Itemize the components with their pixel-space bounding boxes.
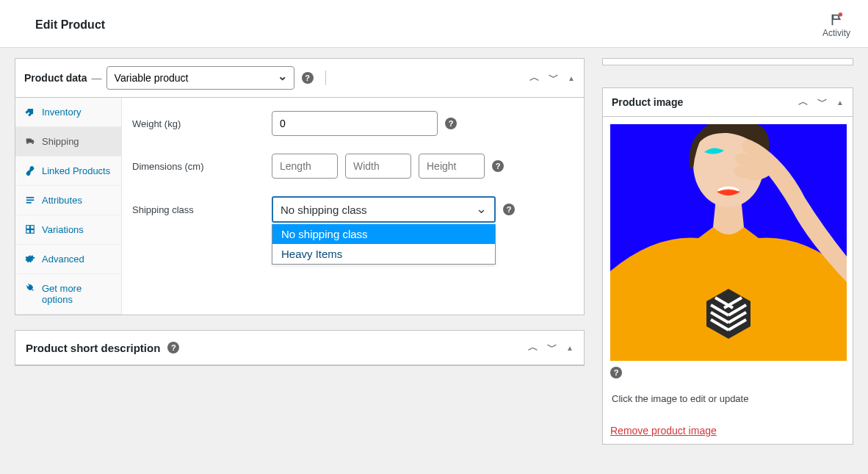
attributes-icon xyxy=(24,195,36,205)
tab-shipping[interactable]: Shipping xyxy=(15,127,121,157)
shipping-class-dropdown: No shipping class Heavy Items xyxy=(272,224,496,265)
product-type-select-wrap: Variable product xyxy=(106,66,294,90)
svg-rect-8 xyxy=(31,230,35,234)
panel-toggle[interactable]: ▲ xyxy=(836,98,844,107)
panel-move-down[interactable]: ﹀ xyxy=(547,341,557,354)
svg-rect-2 xyxy=(26,197,35,198)
shipping-class-select[interactable]: No shipping class xyxy=(272,196,496,223)
tab-get-more[interactable]: Get more options xyxy=(15,274,121,315)
variations-icon xyxy=(24,224,36,234)
plug-icon xyxy=(24,283,36,293)
weight-input[interactable] xyxy=(272,111,438,136)
weight-label: Weight (kg) xyxy=(132,118,272,129)
tab-inventory[interactable]: Inventory xyxy=(15,98,121,127)
gear-icon xyxy=(24,254,36,264)
product-image-thumbnail[interactable] xyxy=(610,124,847,361)
image-edit-hint: Click the image to edit or update xyxy=(612,393,844,404)
help-icon[interactable]: ? xyxy=(503,204,515,215)
tab-advanced[interactable]: Advanced xyxy=(15,245,121,274)
product-data-header: Product data — Variable product ? ︿ ﹀ ▲ xyxy=(15,59,584,98)
product-image-panel: Product image ︿ ﹀ ▲ xyxy=(602,87,853,445)
panel-controls: ︿ ﹀ ▲ xyxy=(529,71,575,85)
top-bar: Edit Product Activity xyxy=(0,0,868,48)
shipping-class-select-wrap: No shipping class No shipping class Heav… xyxy=(272,196,496,223)
panel-controls: ︿ ﹀ ▲ xyxy=(528,341,574,354)
length-input[interactable] xyxy=(272,154,338,179)
svg-rect-4 xyxy=(26,202,32,204)
page-title: Edit Product xyxy=(35,18,105,32)
short-description-header: Product short description ? ︿ ﹀ ▲ xyxy=(15,331,584,365)
shipping-class-option[interactable]: No shipping class xyxy=(272,224,495,244)
svg-rect-7 xyxy=(26,230,30,234)
help-icon[interactable]: ? xyxy=(167,342,179,353)
shipping-class-row: Shipping class No shipping class No ship… xyxy=(132,196,574,223)
link-icon xyxy=(24,165,36,176)
product-data-panel: Product data — Variable product ? ︿ ﹀ ▲ xyxy=(15,58,585,315)
panel-toggle[interactable]: ▲ xyxy=(566,344,574,352)
left-column: Product data — Variable product ? ︿ ﹀ ▲ xyxy=(15,58,585,459)
svg-point-1 xyxy=(839,12,843,17)
panel-move-up[interactable]: ︿ xyxy=(529,71,540,85)
help-icon[interactable]: ? xyxy=(492,160,504,172)
help-icon[interactable]: ? xyxy=(610,367,622,378)
panel-move-up[interactable]: ︿ xyxy=(528,341,538,354)
height-input[interactable] xyxy=(419,154,485,179)
panel-move-up[interactable]: ︿ xyxy=(798,96,809,109)
inventory-icon xyxy=(24,107,36,117)
product-image-svg xyxy=(610,124,847,361)
width-input[interactable] xyxy=(345,154,411,179)
vertical-divider xyxy=(325,71,326,85)
product-image-body: ? Click the image to edit or update Remo… xyxy=(603,117,853,444)
tab-attributes[interactable]: Attributes xyxy=(15,186,121,215)
activity-label: Activity xyxy=(822,28,850,38)
panel-toggle[interactable]: ▲ xyxy=(568,74,575,82)
tab-variations[interactable]: Variations xyxy=(15,215,121,245)
remove-product-image-link[interactable]: Remove product image xyxy=(610,425,717,437)
product-data-body: Inventory Shipping Linked Products Attri… xyxy=(15,98,584,315)
right-column: Product image ︿ ﹀ ▲ xyxy=(602,58,853,459)
main-area: Product data — Variable product ? ︿ ﹀ ▲ xyxy=(0,48,868,470)
shipping-tab-content: Weight (kg) ? Dimensions (cm) ? Shipping… xyxy=(122,98,584,315)
product-image-header: Product image ︿ ﹀ ▲ xyxy=(603,88,853,117)
blank-panel xyxy=(602,58,853,65)
product-data-title: Product data xyxy=(24,72,87,84)
tab-linked-products[interactable]: Linked Products xyxy=(15,157,121,186)
panel-move-down[interactable]: ﹀ xyxy=(817,96,828,109)
activity-button[interactable]: Activity xyxy=(822,12,850,38)
short-description-title: Product short description xyxy=(26,342,160,354)
svg-rect-5 xyxy=(26,226,30,229)
activity-flag-icon xyxy=(828,12,845,28)
shipping-class-option[interactable]: Heavy Items xyxy=(272,244,495,264)
dimensions-label: Dimensions (cm) xyxy=(132,161,272,172)
panel-controls: ︿ ﹀ ▲ xyxy=(798,96,844,109)
shipping-class-label: Shipping class xyxy=(132,204,272,215)
weight-row: Weight (kg) ? xyxy=(132,111,574,136)
help-icon[interactable]: ? xyxy=(445,118,457,129)
panel-move-down[interactable]: ﹀ xyxy=(549,71,559,85)
shipping-icon xyxy=(24,136,36,146)
svg-rect-6 xyxy=(31,226,35,229)
dimensions-row: Dimensions (cm) ? xyxy=(132,154,574,179)
side-tabs: Inventory Shipping Linked Products Attri… xyxy=(15,98,122,315)
dash-separator: — xyxy=(92,72,102,84)
image-help-row: ? xyxy=(610,367,845,378)
svg-rect-3 xyxy=(26,199,35,201)
help-icon[interactable]: ? xyxy=(302,72,314,84)
product-image-title: Product image xyxy=(612,96,683,108)
product-type-select[interactable]: Variable product xyxy=(106,66,294,90)
short-description-panel: Product short description ? ︿ ﹀ ▲ xyxy=(15,330,585,366)
